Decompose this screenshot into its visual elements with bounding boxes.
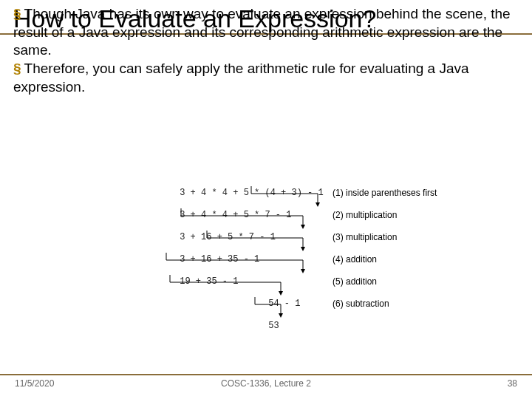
bullet-marker: § [13,61,21,76]
expr-text: 54 - 1 [268,299,300,309]
expr-text: 3 + 4 * 4 + 5 * 7 - 1 [180,210,291,220]
expr-text: 3 + 16 + 35 - 1 [180,254,259,265]
annotation: (5) addition [332,276,377,287]
footer: 11/5/2020 COSC-1336, Lecture 2 38 [0,374,532,395]
expr-text: 3 + 4 * 4 + 5 * (4 + 3) - 1 [180,188,323,198]
expr-line: 54 - 1 (6) subtraction [148,288,324,310]
expr-text: 3 + 16 + 5 * 7 - 1 [180,232,276,242]
annotation: (6) subtraction [332,299,389,309]
expr-text: 19 + 35 - 1 [180,276,238,287]
bullet-block: §Though Java has its own way to evaluate… [13,5,519,96]
annotation: (4) addition [332,254,377,265]
expr-line: 19 + 35 - 1 (5) addition [148,266,324,288]
expr-line: 3 + 16 + 5 * 7 - 1 (3) multiplication [148,222,324,244]
expr-line: 3 + 16 + 35 - 1 (4) addition [148,244,324,266]
expr-line: 3 + 4 * 4 + 5 * (4 + 3) - 1 (1) inside p… [148,177,324,200]
footer-page: 38 [508,378,517,389]
footer-course: COSC-1336, Lecture 2 [0,378,532,389]
annotation: (3) multiplication [332,232,397,242]
expr-line: 53 [148,310,324,332]
worked-example: 3 + 4 * 4 + 5 * (4 + 3) - 1 (1) inside p… [148,177,324,332]
slide: How to Evaluate an Expression? §Though J… [0,0,532,399]
bullet-marker: § [13,6,21,21]
body-area: §Though Java has its own way to evaluate… [0,5,532,96]
bullet-text-2: Therefore, you can safely apply the arit… [13,61,469,95]
expr-text: 53 [268,321,279,331]
annotation: (2) multiplication [332,210,397,220]
bullet-text-1: Though Java has its own way to evaluate … [13,6,511,58]
expr-line: 3 + 4 * 4 + 5 * 7 - 1 (2) multiplication [148,200,324,222]
annotation: (1) inside parentheses first [332,188,437,198]
